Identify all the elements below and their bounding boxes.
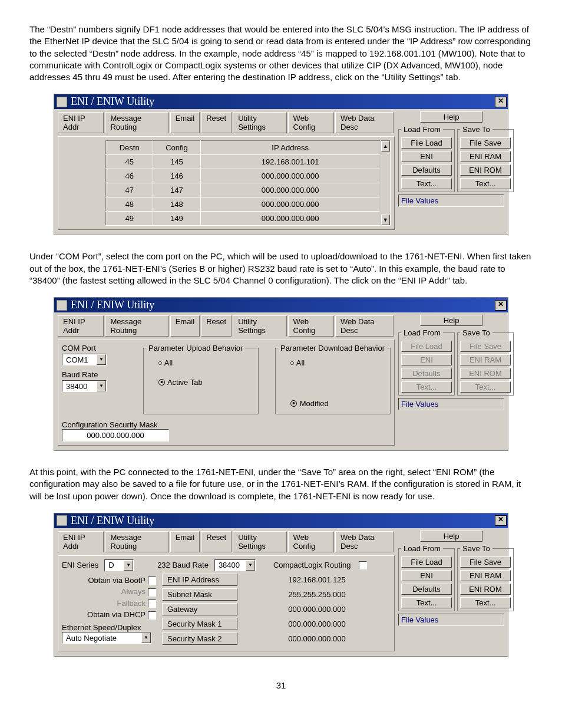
- tab-message-routing[interactable]: Message Routing: [105, 112, 168, 133]
- radio-download-modified[interactable]: Modified: [290, 399, 385, 408]
- help-button[interactable]: Help: [420, 111, 482, 123]
- window-eni-ip-addr: ENI / ENIW Utility ✕ ENI IP Addr Message…: [54, 513, 508, 657]
- defaults-button[interactable]: Defaults: [401, 584, 452, 595]
- paragraph-3: At this point, with the PC connected to …: [29, 466, 533, 502]
- com-port-select[interactable]: COM1▼: [62, 354, 107, 365]
- window-utility-settings: ENI / ENIW Utility ✕ ENI IP Addr Message…: [54, 297, 508, 451]
- load-from-legend: Load From: [401, 328, 443, 337]
- scrollbar[interactable]: ▲ ▼: [381, 140, 391, 226]
- tab-reset[interactable]: Reset: [201, 315, 232, 337]
- radio-download-all[interactable]: All: [290, 358, 385, 367]
- baud-rate-label: 232 Baud Rate: [157, 561, 209, 569]
- fallback-checkbox: [148, 599, 156, 608]
- table-row[interactable]: 48148000.000.000.000: [106, 197, 381, 212]
- gateway-value[interactable]: 000.000.000.000: [243, 605, 391, 614]
- eni-series-select[interactable]: D▼: [104, 559, 134, 571]
- obtain-dhcp-checkbox[interactable]: [148, 611, 156, 620]
- sm1-value[interactable]: 000.000.000.000: [243, 620, 391, 628]
- table-row[interactable]: 49149000.000.000.000: [106, 212, 381, 226]
- eni-button[interactable]: ENI: [401, 570, 452, 581]
- tab-email[interactable]: Email: [170, 531, 200, 552]
- text-load-button[interactable]: Text...: [401, 597, 452, 608]
- tab-web-data-desc[interactable]: Web Data Desc: [335, 315, 394, 337]
- eni-ip-value[interactable]: 192.168.001.125: [243, 575, 391, 584]
- text-load-button[interactable]: Text...: [401, 178, 452, 189]
- window-title: ENI / ENIW Utility: [71, 95, 154, 108]
- file-load-button[interactable]: File Load: [401, 556, 452, 568]
- tab-message-routing[interactable]: Message Routing: [105, 531, 168, 552]
- panel-message-routing: Destn Config IP Address 45145192.168.001…: [58, 136, 395, 230]
- tab-utility-settings[interactable]: Utility Settings: [233, 315, 286, 337]
- paragraph-2: Under “COM Port”, select the com port on…: [29, 251, 533, 286]
- tab-reset[interactable]: Reset: [201, 112, 232, 133]
- titlebar: ENI / ENIW Utility ✕: [54, 513, 508, 528]
- subnet-value[interactable]: 255.255.255.000: [243, 590, 391, 599]
- tab-eni-ip-addr[interactable]: ENI IP Addr: [58, 531, 104, 552]
- panel-eni-ip-addr: ENI Series D▼ 232 Baud Rate 38400▼ Compa…: [58, 555, 395, 651]
- close-icon[interactable]: ✕: [495, 300, 507, 311]
- tab-web-data-desc[interactable]: Web Data Desc: [335, 112, 394, 133]
- cl-routing-label: CompactLogix Routing: [273, 561, 351, 569]
- chevron-down-icon[interactable]: ▼: [97, 381, 106, 391]
- save-to-legend: Save To: [460, 125, 492, 134]
- tab-utility-settings[interactable]: Utility Settings: [233, 531, 286, 552]
- tab-web-config[interactable]: Web Config: [288, 531, 334, 552]
- close-icon[interactable]: ✕: [495, 515, 507, 526]
- speed-duplex-select[interactable]: Auto Negotiate▼: [62, 632, 151, 644]
- text-save-button[interactable]: Text...: [460, 597, 511, 608]
- eni-button[interactable]: ENI: [401, 151, 452, 162]
- close-icon[interactable]: ✕: [495, 97, 507, 107]
- tab-web-config[interactable]: Web Config: [288, 112, 334, 133]
- tab-eni-ip-addr[interactable]: ENI IP Addr: [58, 315, 104, 337]
- table-row[interactable]: 47147000.000.000.000: [106, 183, 381, 197]
- chevron-down-icon[interactable]: ▼: [246, 560, 255, 571]
- tab-email[interactable]: Email: [170, 112, 200, 133]
- chevron-down-icon[interactable]: ▼: [141, 633, 151, 643]
- help-button[interactable]: Help: [420, 315, 482, 326]
- eni-ram-button[interactable]: ENI RAM: [460, 151, 511, 162]
- file-load-button[interactable]: File Load: [401, 137, 452, 149]
- col-destn: Destn: [106, 141, 153, 155]
- scroll-up-icon[interactable]: ▲: [381, 141, 390, 151]
- file-values-display: File Values: [398, 398, 504, 410]
- app-icon: [57, 300, 67, 311]
- tab-reset[interactable]: Reset: [201, 531, 232, 552]
- baud-rate-select[interactable]: 38400▼: [214, 559, 256, 571]
- baud-rate-select[interactable]: 38400▼: [62, 380, 107, 392]
- eni-rom-button[interactable]: ENI ROM: [460, 164, 511, 176]
- file-save-button[interactable]: File Save: [460, 556, 511, 568]
- table-row[interactable]: 45145192.168.001.101: [106, 155, 381, 169]
- tab-message-routing[interactable]: Message Routing: [105, 315, 168, 337]
- eni-series-label: ENI Series: [62, 561, 98, 569]
- eni-rom-button[interactable]: ENI ROM: [460, 584, 511, 595]
- eni-ram-button[interactable]: ENI RAM: [460, 570, 511, 581]
- app-icon: [57, 515, 67, 526]
- radio-upload-all[interactable]: All: [158, 358, 253, 367]
- tab-utility-settings[interactable]: Utility Settings: [233, 112, 286, 133]
- file-load-button: File Load: [401, 341, 452, 352]
- defaults-button[interactable]: Defaults: [401, 164, 452, 176]
- panel-utility-settings: COM Port COM1▼ Baud Rate 38400▼ Paramete…: [58, 340, 395, 446]
- col-config: Config: [153, 141, 200, 155]
- obtain-bootp-checkbox[interactable]: [148, 577, 156, 585]
- load-from-legend: Load From: [401, 544, 443, 553]
- radio-upload-active-tab[interactable]: Active Tab: [158, 378, 253, 387]
- com-port-label: COM Port: [62, 344, 127, 353]
- table-row[interactable]: 46146000.000.000.000: [106, 169, 381, 183]
- scroll-down-icon[interactable]: ▼: [381, 215, 390, 225]
- tabs: ENI IP Addr Message Routing Email Reset …: [58, 111, 395, 133]
- csm-input[interactable]: 000.000.000.000: [62, 429, 169, 442]
- chevron-down-icon[interactable]: ▼: [124, 560, 133, 571]
- chevron-down-icon[interactable]: ▼: [97, 354, 106, 365]
- tab-web-config[interactable]: Web Config: [288, 315, 334, 337]
- cl-routing-checkbox[interactable]: [359, 561, 367, 569]
- help-button[interactable]: Help: [420, 531, 482, 542]
- file-save-button[interactable]: File Save: [460, 137, 511, 149]
- tab-web-data-desc[interactable]: Web Data Desc: [335, 531, 394, 552]
- text-load-button: Text...: [401, 381, 452, 393]
- sm2-value[interactable]: 000.000.000.000: [243, 634, 391, 643]
- upload-behavior-legend: Parameter Upload Behavior: [146, 344, 245, 353]
- tab-eni-ip-addr[interactable]: ENI IP Addr: [58, 112, 104, 133]
- text-save-button[interactable]: Text...: [460, 178, 511, 189]
- tab-email[interactable]: Email: [170, 315, 200, 337]
